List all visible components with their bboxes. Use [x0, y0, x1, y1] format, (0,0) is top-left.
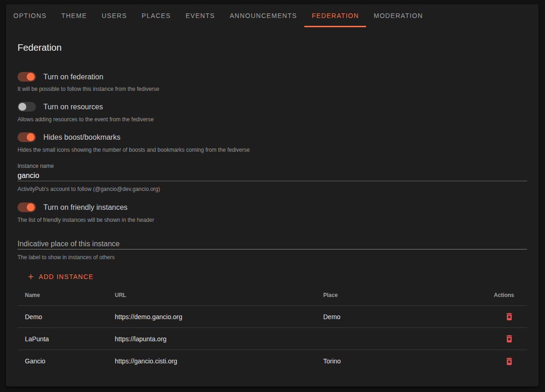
tab-places[interactable]: PLACES: [134, 4, 178, 27]
instances-table-header: Name URL Place Actions: [18, 285, 527, 306]
delete-instance-button[interactable]: [504, 334, 514, 344]
delete-icon: [504, 334, 514, 344]
instance-place-hint: The label to show in instances of others: [18, 254, 527, 261]
cell-name: LaPunta: [18, 335, 115, 343]
tab-federation[interactable]: FEDERATION: [304, 4, 366, 27]
add-instance-label: ADD INSTANCE: [39, 273, 94, 280]
toggle-thumb: [27, 203, 35, 211]
admin-tabs: OPTIONS THEME USERS PLACES EVENTS ANNOUN…: [6, 4, 539, 27]
cell-place: Demo: [323, 313, 454, 321]
cell-name: Gancio: [18, 357, 115, 365]
delete-instance-button[interactable]: [504, 356, 514, 366]
delete-icon: [504, 356, 514, 366]
cell-url: https://demo.gancio.org: [115, 313, 323, 321]
header-actions: Actions: [454, 292, 527, 298]
table-row: Gancio https://gancio.cisti.org Torino: [18, 350, 527, 372]
federation-toggle-label: Turn on federation: [43, 73, 103, 81]
admin-panel-card: OPTIONS THEME USERS PLACES EVENTS ANNOUN…: [6, 4, 539, 386]
header-url: URL: [115, 292, 323, 298]
federation-toggle[interactable]: [18, 72, 36, 82]
tab-events[interactable]: EVENTS: [178, 4, 222, 27]
tab-moderation[interactable]: MODERATION: [366, 4, 430, 27]
resources-toggle[interactable]: [18, 102, 36, 112]
tab-users[interactable]: USERS: [95, 4, 135, 27]
instance-name-hint: ActivityPub's account to follow (@gancio…: [18, 186, 527, 192]
delete-icon: [504, 312, 514, 321]
resources-toggle-hint: Allows adding resources to the event fro…: [18, 116, 527, 123]
instance-name-label: Instance name: [18, 163, 527, 169]
instance-name-input[interactable]: [18, 171, 527, 181]
header-name: Name: [18, 292, 115, 298]
table-row: LaPunta https://lapunta.org: [18, 328, 527, 350]
toggle-thumb: [27, 73, 35, 81]
toggle-thumb: [27, 133, 35, 141]
cell-name: Demo: [18, 313, 115, 321]
resources-toggle-label: Turn on resources: [43, 103, 103, 111]
hide-boosts-toggle-label: Hides boost/bookmarks: [43, 133, 120, 142]
tab-options[interactable]: OPTIONS: [6, 4, 54, 27]
tab-announcements[interactable]: ANNOUNCEMENTS: [222, 4, 304, 27]
friendly-instances-toggle[interactable]: [18, 202, 36, 212]
federation-toggle-hint: It will be possible to follow this insta…: [18, 86, 527, 92]
hide-boosts-toggle[interactable]: [18, 132, 36, 142]
friendly-instances-toggle-label: Turn on friendly instances: [43, 203, 128, 212]
instance-place-input[interactable]: [18, 239, 527, 249]
friendly-instances-toggle-hint: The list of friendly instances will be s…: [18, 217, 527, 223]
instances-table: Name URL Place Actions Demo https://demo…: [18, 285, 527, 372]
hide-boosts-toggle-hint: Hides the small icons showing the number…: [18, 147, 527, 153]
plus-icon: [27, 273, 35, 281]
toggle-thumb: [18, 103, 26, 111]
delete-instance-button[interactable]: [504, 312, 514, 321]
header-place: Place: [323, 292, 454, 298]
table-row: Demo https://demo.gancio.org Demo: [18, 306, 527, 328]
page-title: Federation: [18, 42, 527, 53]
cell-url: https://lapunta.org: [115, 335, 323, 343]
cell-url: https://gancio.cisti.org: [115, 357, 323, 365]
add-instance-button[interactable]: ADD INSTANCE: [23, 268, 97, 285]
cell-place: Torino: [323, 357, 454, 365]
tab-theme[interactable]: THEME: [54, 4, 95, 27]
